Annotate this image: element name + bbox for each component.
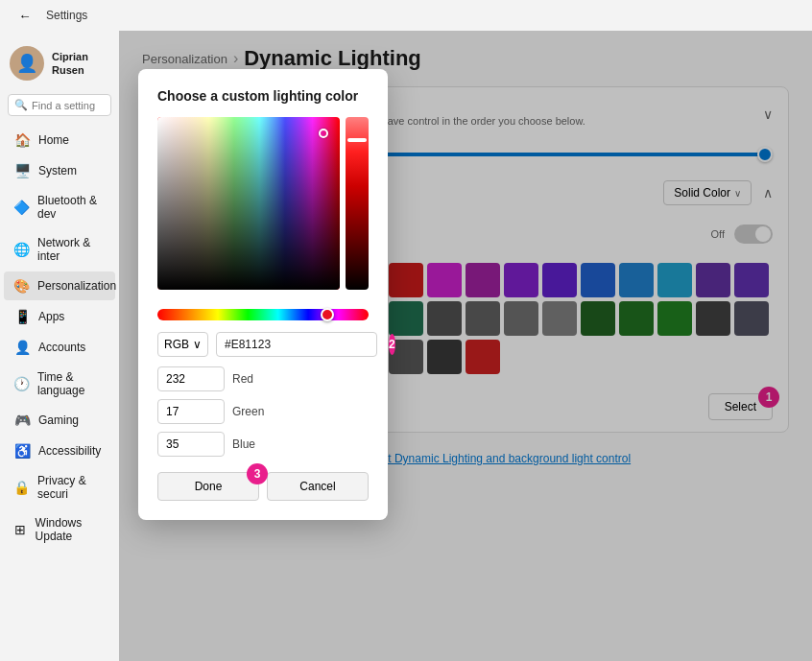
color-picker-overlay: Choose a custom lighting color [119, 31, 812, 661]
sidebar-item-accounts[interactable]: 👤 Accounts [4, 333, 115, 362]
hue-thumb [321, 308, 334, 321]
bluetooth-icon: 🔷 [13, 200, 30, 215]
privacy-icon: 🔒 [13, 480, 30, 495]
gaming-icon: 🎮 [13, 413, 31, 428]
sidebar-item-label: Windows Update [36, 516, 106, 543]
sidebar-item-network[interactable]: 🌐 Network & inter [4, 229, 115, 270]
hue-strip[interactable] [346, 117, 369, 290]
modal-buttons: Done 3 Cancel [157, 472, 369, 501]
red-label: Red [232, 372, 271, 386]
search-input[interactable] [32, 100, 105, 111]
done-badge: 3 [247, 463, 268, 484]
color-mode-chevron-icon: ∨ [193, 338, 202, 351]
sidebar-item-label: Bluetooth & dev [37, 194, 106, 221]
sidebar-item-accessibility[interactable]: ♿ Accessibility [4, 437, 115, 465]
search-icon: 🔍 [14, 99, 28, 111]
network-icon: 🌐 [13, 242, 30, 257]
sidebar-item-label: Personalization [37, 279, 116, 293]
blue-input[interactable] [157, 432, 225, 457]
user-profile: 👤 Ciprian Rusen [0, 38, 119, 92]
app-body: 👤 Ciprian Rusen 🔍 🏠 Home 🖥️ System 🔷 Blu… [0, 31, 812, 661]
color-picker-modal: Choose a custom lighting color [138, 69, 388, 520]
avatar: 👤 [10, 46, 44, 81]
green-row: Green [157, 399, 369, 424]
system-icon: 🖥️ [13, 163, 31, 178]
sidebar-item-apps[interactable]: 📱 Apps [4, 302, 115, 331]
picker-area-wrapper [157, 117, 369, 299]
sidebar-item-system[interactable]: 🖥️ System [4, 156, 115, 185]
sidebar-item-label: System [38, 164, 77, 177]
hex-badge: 2 [389, 334, 395, 355]
color-mode-label: RGB [164, 338, 189, 351]
color-picker-area[interactable] [157, 117, 340, 290]
color-mode-row: RGB ∨ 2 [157, 332, 369, 357]
blue-row: Blue [157, 432, 369, 457]
sidebar-item-label: Apps [38, 310, 64, 323]
red-input[interactable] [157, 366, 225, 391]
sidebar-item-bluetooth[interactable]: 🔷 Bluetooth & dev [4, 187, 115, 227]
hex-input[interactable] [216, 332, 377, 357]
accounts-icon: 👤 [13, 340, 31, 355]
time-icon: 🕐 [13, 376, 30, 391]
windows-icon: ⊞ [13, 522, 28, 537]
personalization-icon: 🎨 [13, 278, 30, 294]
green-input[interactable] [157, 399, 225, 424]
sidebar-item-windows-update[interactable]: ⊞ Windows Update [4, 509, 115, 550]
main-content: Personalization › Dynamic Lighting contr… [119, 31, 812, 661]
sidebar: 👤 Ciprian Rusen 🔍 🏠 Home 🖥️ System 🔷 Blu… [0, 31, 119, 661]
title-bar: ← Settings [0, 0, 812, 31]
hue-slider-row [157, 309, 369, 320]
sidebar-item-home[interactable]: 🏠 Home [4, 126, 115, 154]
color-picker-title: Choose a custom lighting color [157, 88, 369, 104]
hue-strip-indicator [347, 138, 367, 142]
back-button[interactable]: ← [12, 2, 38, 29]
red-row: Red [157, 366, 369, 391]
user-name: Ciprian Rusen [52, 50, 109, 78]
sidebar-item-label: Gaming [38, 413, 79, 427]
sidebar-item-personalization[interactable]: 🎨 Personalization [4, 271, 115, 300]
sidebar-item-label: Privacy & securi [37, 474, 106, 501]
cancel-button[interactable]: Cancel [267, 472, 369, 501]
picker-cursor [319, 129, 328, 138]
color-mode-select[interactable]: RGB ∨ [157, 332, 208, 357]
sidebar-item-label: Accessibility [38, 444, 101, 458]
done-button[interactable]: Done 3 [157, 472, 259, 501]
sidebar-item-label: Accounts [38, 341, 85, 354]
green-label: Green [232, 405, 271, 418]
done-label: Done [195, 480, 223, 493]
sidebar-item-label: Time & language [37, 370, 106, 397]
home-icon: 🏠 [13, 132, 31, 148]
accessibility-icon: ♿ [13, 443, 31, 459]
cancel-label: Cancel [299, 480, 335, 493]
dark-gradient [157, 117, 340, 290]
blue-label: Blue [232, 437, 271, 451]
sidebar-item-time[interactable]: 🕐 Time & language [4, 364, 115, 404]
hue-slider[interactable] [157, 309, 369, 320]
back-icon: ← [18, 9, 31, 23]
apps-icon: 📱 [13, 309, 31, 324]
app-title: Settings [46, 9, 87, 22]
sidebar-item-gaming[interactable]: 🎮 Gaming [4, 406, 115, 435]
avatar-emoji: 👤 [16, 53, 37, 74]
sidebar-item-label: Network & inter [37, 236, 106, 263]
sidebar-item-privacy[interactable]: 🔒 Privacy & securi [4, 467, 115, 508]
sidebar-item-label: Home [38, 133, 69, 147]
search-box[interactable]: 🔍 [8, 94, 111, 116]
